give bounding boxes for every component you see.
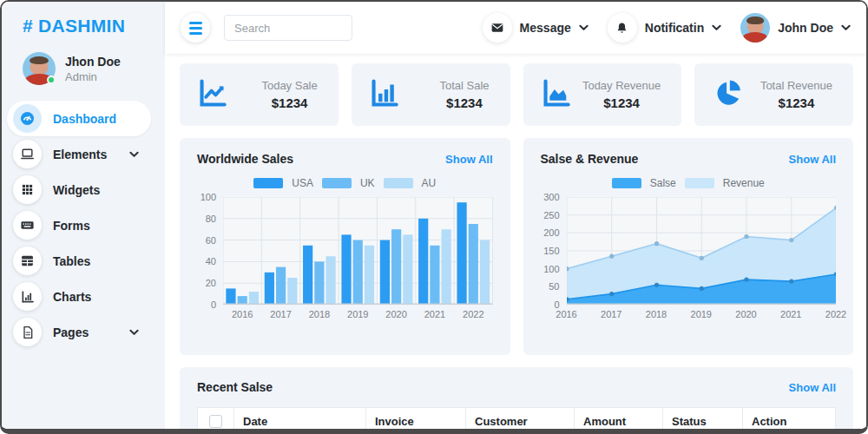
user-role: Admin bbox=[65, 70, 121, 83]
app-window: # DASHMIN Jhon Doe Admin Dashboard bbox=[0, 0, 868, 434]
bar-chart-icon bbox=[369, 76, 402, 113]
x-tick-label: 2019 bbox=[691, 309, 712, 319]
card-title: Worldwide Sales bbox=[197, 152, 293, 166]
grid-icon bbox=[13, 175, 42, 204]
laptop-icon bbox=[13, 140, 42, 168]
chevron-down-icon bbox=[579, 24, 589, 31]
legend-swatch-usa bbox=[253, 178, 283, 188]
sidebar: # DASHMIN Jhon Doe Admin Dashboard bbox=[2, 2, 165, 429]
user-name: Jhon Doe bbox=[65, 55, 121, 69]
column-header-amount[interactable]: Amount bbox=[575, 408, 663, 430]
message-label: Message bbox=[520, 21, 571, 35]
y-tick-label: 60 bbox=[206, 235, 216, 246]
app-logo[interactable]: # DASHMIN bbox=[2, 2, 165, 43]
sidebar-item-charts[interactable]: Charts bbox=[7, 279, 151, 314]
y-tick-label: 20 bbox=[206, 278, 216, 288]
stat-card-total-revenue[interactable]: Total Revenue $1234 bbox=[694, 63, 853, 126]
sidebar-item-label: Tables bbox=[53, 254, 90, 268]
stat-value: $1234 bbox=[439, 95, 489, 110]
stat-title: Total Sale bbox=[439, 79, 489, 92]
column-header-date[interactable]: Date bbox=[234, 408, 366, 430]
line-chart-icon bbox=[197, 76, 230, 113]
bar-chart-legend: USA UK AU bbox=[197, 177, 493, 189]
stats-row: Today Sale $1234 Total Sale $1234 bbox=[180, 63, 853, 126]
sidebar-item-label: Pages bbox=[53, 326, 89, 339]
x-tick-label: 2016 bbox=[556, 309, 576, 319]
legend-swatch-revenue bbox=[685, 178, 714, 188]
legend-swatch-au bbox=[384, 178, 413, 188]
notification-dropdown[interactable]: Notificatin bbox=[608, 13, 721, 43]
column-header-action[interactable]: Action bbox=[743, 408, 836, 430]
worldwide-sales-bar-chart[interactable] bbox=[223, 197, 493, 305]
page-icon bbox=[13, 318, 42, 346]
sidebar-toggle-button[interactable] bbox=[181, 13, 210, 43]
x-tick-label: 2021 bbox=[780, 309, 801, 319]
search-input[interactable] bbox=[224, 15, 352, 41]
sidebar-user-profile[interactable]: Jhon Doe Admin bbox=[2, 43, 165, 95]
main-area: Message Notificatin John Doe bbox=[165, 2, 866, 429]
legend-swatch-uk bbox=[322, 178, 352, 188]
chevron-down-icon bbox=[129, 329, 139, 336]
sidebar-item-elements[interactable]: Elements bbox=[7, 136, 151, 172]
show-all-link[interactable]: Show All bbox=[789, 381, 836, 394]
online-status-dot bbox=[47, 76, 56, 84]
column-header-invoice[interactable]: Invoice bbox=[366, 408, 466, 430]
sidebar-item-label: Dashboard bbox=[53, 112, 116, 126]
y-tick-label: 50 bbox=[549, 281, 559, 292]
keyboard-icon bbox=[13, 211, 42, 240]
x-tick-label: 2022 bbox=[463, 309, 483, 319]
sidebar-item-tables[interactable]: Tables bbox=[7, 243, 151, 279]
sidebar-item-widgets[interactable]: Widgets bbox=[7, 172, 151, 207]
bar-chart-icon bbox=[13, 282, 42, 311]
stat-card-today-revenue[interactable]: Today Revenue $1234 bbox=[523, 63, 682, 126]
show-all-link[interactable]: Show All bbox=[789, 153, 836, 166]
x-tick-label: 2018 bbox=[309, 309, 330, 319]
stat-title: Today Sale bbox=[261, 79, 317, 92]
salse-revenue-area-chart[interactable] bbox=[567, 197, 837, 305]
legend-label-revenue: Revenue bbox=[723, 177, 765, 189]
sidebar-item-forms[interactable]: Forms bbox=[7, 207, 151, 243]
recent-salse-card: Recent Salse Show All Date Invoice Custo… bbox=[180, 367, 853, 429]
salse-revenue-card: Salse & Revenue Show All Salse Revenue 3… bbox=[523, 138, 854, 355]
y-tick-label: 150 bbox=[543, 246, 559, 256]
bar-chart-y-axis: 100806040200 bbox=[197, 197, 223, 305]
topbar-right: Message Notificatin John Doe bbox=[464, 13, 851, 43]
legend-swatch-salse bbox=[612, 178, 641, 188]
table-header-row: Date Invoice Customer Amount Status Acti… bbox=[198, 408, 836, 430]
sidebar-item-dashboard[interactable]: Dashboard bbox=[7, 101, 151, 136]
x-tick-label: 2021 bbox=[424, 309, 445, 319]
sidebar-item-label: Forms bbox=[53, 219, 90, 233]
legend-label-au: AU bbox=[422, 177, 437, 189]
x-tick-label: 2022 bbox=[825, 309, 846, 319]
y-tick-label: 0 bbox=[211, 299, 216, 310]
show-all-link[interactable]: Show All bbox=[445, 153, 492, 166]
x-tick-label: 2017 bbox=[270, 309, 291, 319]
y-tick-label: 250 bbox=[543, 210, 559, 220]
y-tick-label: 300 bbox=[543, 192, 559, 202]
topbar-user-name: John Doe bbox=[778, 21, 833, 35]
sidebar-item-label: Widgets bbox=[53, 183, 100, 197]
stat-card-total-sale[interactable]: Total Sale $1234 bbox=[352, 63, 510, 126]
chevron-down-icon bbox=[841, 24, 851, 31]
area-chart-icon bbox=[541, 76, 574, 113]
column-header-customer[interactable]: Customer bbox=[466, 408, 575, 430]
y-tick-label: 40 bbox=[206, 256, 216, 266]
x-tick-label: 2020 bbox=[735, 309, 756, 319]
sidebar-item-pages[interactable]: Pages bbox=[7, 314, 151, 350]
stat-card-today-sale[interactable]: Today Sale $1234 bbox=[180, 63, 339, 126]
card-title: Salse & Revenue bbox=[541, 152, 639, 166]
user-avatar bbox=[23, 52, 56, 85]
hamburger-icon bbox=[189, 22, 202, 35]
x-tick-label: 2020 bbox=[385, 309, 406, 319]
column-header-status[interactable]: Status bbox=[663, 408, 743, 430]
user-dropdown[interactable]: John Doe bbox=[740, 13, 851, 43]
message-dropdown[interactable]: Message bbox=[483, 13, 589, 43]
chevron-down-icon bbox=[712, 24, 721, 31]
sidebar-item-label: Elements bbox=[53, 148, 107, 161]
y-tick-label: 100 bbox=[201, 192, 216, 202]
select-all-checkbox[interactable] bbox=[209, 415, 222, 428]
x-tick-label: 2016 bbox=[232, 309, 253, 319]
y-tick-label: 200 bbox=[543, 227, 559, 238]
legend-label-usa: USA bbox=[292, 177, 313, 189]
recent-salse-table: Date Invoice Customer Amount Status Acti… bbox=[197, 407, 836, 429]
